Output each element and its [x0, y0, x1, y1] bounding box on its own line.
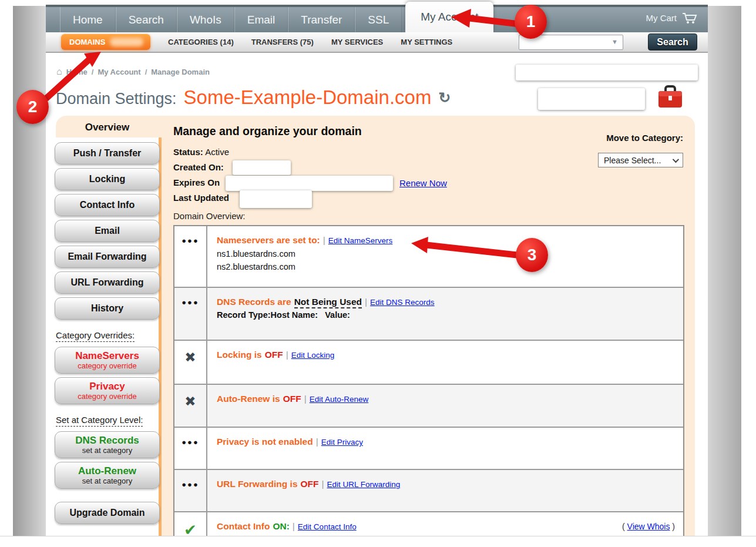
sidebar-item-push-transfer[interactable]: Push / Transfer [55, 142, 160, 165]
sidebar-item-privacy-override[interactable]: Privacy category override [55, 377, 160, 404]
window-left-edge [13, 6, 46, 547]
sidebar-item-url-forwarding[interactable]: URL Forwarding [55, 271, 160, 294]
nav-tab-email[interactable]: Email [234, 7, 288, 32]
category-title: Auto-Renew [55, 465, 159, 477]
redacted-box [538, 88, 645, 110]
redacted-box [516, 65, 698, 80]
breadcrumb-home[interactable]: Home [66, 68, 88, 76]
domain-name: Some-Example-Domain.com [184, 86, 432, 109]
sidebar-item-email[interactable]: Email [55, 220, 160, 242]
breadcrumb-separator: / [145, 68, 147, 76]
last-updated-label: Last Updated [173, 193, 229, 203]
dots-icon: ●●● [174, 226, 207, 287]
breadcrumb-manage-domain: Manage Domain [151, 68, 210, 76]
chevron-down-icon: ▼ [611, 38, 618, 45]
table-row-auto-renew: ✖ Auto-Renew isOFF|Edit Auto-Renew [174, 384, 683, 427]
move-to-category: Move to Category: Please Select... [566, 133, 683, 167]
override-title: NameServers [55, 350, 159, 362]
override-title: Privacy [55, 381, 159, 392]
redacted-blur [110, 38, 143, 46]
toolbox-icon[interactable] [657, 85, 684, 112]
subnav-tab-transfers[interactable]: TRANSFERS (75) [251, 38, 314, 46]
sidebar: Overview Push / Transfer Locking Contact… [55, 118, 160, 528]
row-heading: Contact InfoON:|Edit Contact Info [217, 521, 674, 532]
nav-tab-transfer[interactable]: Transfer [288, 7, 355, 32]
page-title: Domain Settings: Some-Example-Domain.com… [56, 86, 451, 109]
cross-icon: ✖ [174, 385, 207, 427]
edit-dns-records-link[interactable]: Edit DNS Records [370, 298, 435, 307]
top-navigation: Home Search WhoIs Email Transfer SSL My … [46, 5, 708, 32]
record-columns: Record Type:Host Name: Value: [217, 310, 674, 320]
sidebar-item-contact-info[interactable]: Contact Info [55, 194, 160, 216]
override-subtitle: category override [55, 392, 159, 401]
override-subtitle: category override [55, 361, 159, 370]
edit-nameservers-link[interactable]: Edit NameServers [328, 236, 393, 245]
subnav-tab-domains[interactable]: DOMAINS [61, 34, 150, 50]
created-on-label: Created On: [173, 162, 224, 172]
home-icon: ⌂ [56, 66, 62, 77]
my-cart-button[interactable]: My Cart [646, 12, 698, 24]
view-whois-link[interactable]: View Whois [627, 522, 670, 531]
breadcrumb: ⌂ Home / My Account / Manage Domain [56, 66, 210, 77]
cart-icon [682, 12, 697, 24]
sidebar-item-nameservers-override[interactable]: NameServers category override [55, 347, 160, 374]
account-sub-navigation: DOMAINS CATEGORIES (14) TRANSFERS (75) M… [46, 32, 708, 53]
annotation-step-1: 1 [515, 5, 547, 39]
nameserver-value: ns2.bluestardns.com [217, 262, 674, 271]
subnav-tab-categories[interactable]: CATEGORIES (14) [168, 38, 234, 46]
category-select[interactable]: Please Select... [598, 153, 683, 167]
sidebar-item-dns-records-category[interactable]: DNS Records set at category [55, 431, 160, 458]
renew-now-link[interactable]: Renew Now [399, 176, 447, 191]
sidebar-item-auto-renew-category[interactable]: Auto-Renew set at category [55, 462, 160, 489]
dots-icon: ●●● [174, 470, 207, 511]
expires-on-label: Expires On [173, 177, 220, 187]
search-button[interactable]: Search [648, 33, 697, 51]
category-subtitle: set at category [55, 476, 159, 485]
nav-tab-search[interactable]: Search [116, 7, 177, 32]
annotation-step-2: 2 [16, 90, 49, 124]
refresh-icon[interactable]: ↻ [438, 89, 451, 106]
page-title-prefix: Domain Settings: [56, 90, 177, 108]
edit-contact-info-link[interactable]: Edit Contact Info [298, 522, 357, 531]
last-updated-line: Last Updated [173, 190, 584, 206]
breadcrumb-my-account[interactable]: My Account [98, 68, 140, 76]
cross-icon: ✖ [174, 341, 207, 384]
subnav-tab-my-services[interactable]: MY SERVICES [331, 38, 383, 46]
row-heading: URL Forwarding isOFF|Edit URL Forwarding [217, 479, 674, 489]
subnav-tab-my-settings[interactable]: MY SETTINGS [401, 38, 452, 46]
redacted-expires-date [226, 176, 393, 191]
table-row-locking: ✖ Locking isOFF|Edit Locking [174, 340, 683, 384]
nav-tab-my-account[interactable]: My Account [405, 2, 493, 32]
sidebar-item-history[interactable]: History [55, 297, 160, 320]
nav-tab-whois[interactable]: WhoIs [177, 7, 234, 32]
nav-tab-home[interactable]: Home [60, 7, 116, 32]
window-bottom-edge [0, 536, 756, 547]
domains-tab-label: DOMAINS [69, 38, 105, 46]
edit-locking-link[interactable]: Edit Locking [291, 351, 335, 360]
view-whois: ( View Whois ) [622, 522, 675, 531]
sidebar-item-email-forwarding[interactable]: Email Forwarding [55, 246, 160, 268]
redacted-created-date [233, 160, 291, 175]
upgrade-domain-button[interactable]: Upgrade Domain [55, 502, 160, 524]
annotation-step-3: 3 [516, 238, 548, 272]
window-right-edge [708, 6, 741, 547]
row-heading: Locking isOFF|Edit Locking [217, 350, 674, 360]
category-select-value: Please Select... [604, 156, 661, 165]
page-body: Home Search WhoIs Email Transfer SSL My … [46, 0, 708, 547]
status-value: Active [205, 147, 229, 157]
row-heading: Auto-Renew isOFF|Edit Auto-Renew [217, 394, 674, 404]
sidebar-tab-overview[interactable]: Overview [55, 118, 160, 137]
table-row-nameservers: ●●● Nameservers are set to:|Edit NameSer… [174, 226, 683, 287]
category-overrides-label: Category Overrides: [56, 330, 135, 342]
sidebar-item-locking[interactable]: Locking [55, 168, 160, 190]
section-heading: Manage and organize your domain [173, 125, 584, 138]
domain-settings-page: Home Search WhoIs Email Transfer SSL My … [0, 0, 756, 547]
nav-tab-ssl[interactable]: SSL [355, 7, 402, 32]
set-at-category-label: Set at Category Level: [56, 415, 143, 427]
edit-url-forwarding-link[interactable]: Edit URL Forwarding [327, 480, 401, 489]
edit-auto-renew-link[interactable]: Edit Auto-Renew [310, 395, 369, 404]
edit-privacy-link[interactable]: Edit Privacy [321, 438, 363, 447]
breadcrumb-separator: / [92, 68, 94, 76]
table-row-dns-records: ●●● DNS Records areNot Being Used|Edit D… [174, 287, 683, 340]
row-heading: DNS Records areNot Being Used|Edit DNS R… [217, 297, 674, 307]
